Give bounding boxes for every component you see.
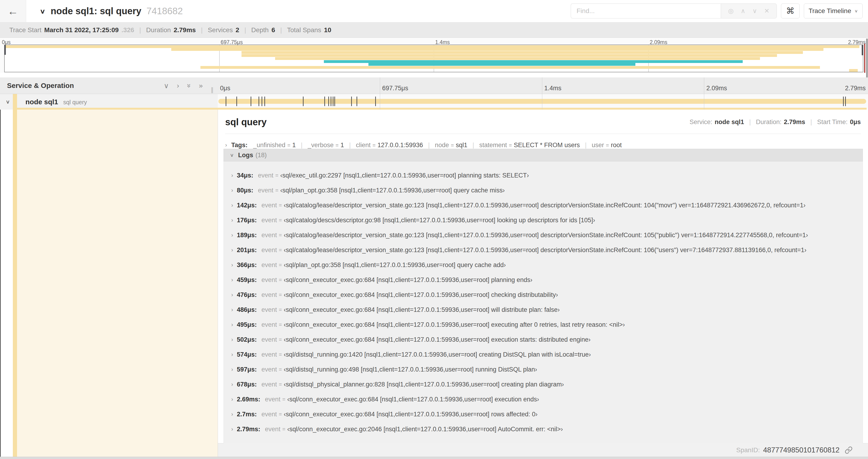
log-chevron-icon: › xyxy=(231,232,233,238)
summary-item: Duration2.79ms xyxy=(141,26,201,34)
log-row[interactable]: ›176μs:event=‹sql/catalog/descs/descript… xyxy=(224,213,863,228)
log-equals: = xyxy=(279,322,282,328)
log-row[interactable]: ›189μs:event=‹sql/catalog/lease/descript… xyxy=(224,228,863,242)
minimap-span-bar xyxy=(275,57,760,60)
log-row[interactable]: ›2.69ms:event=‹sql/conn_executor_exec.go… xyxy=(224,392,863,407)
log-marker-tick[interactable] xyxy=(331,97,331,106)
log-equals: = xyxy=(279,352,282,358)
match-target-icon[interactable]: ◎ xyxy=(728,7,734,15)
log-marker-tick[interactable] xyxy=(265,97,265,106)
log-marker-tick[interactable] xyxy=(236,97,237,106)
log-field-value: ‹sql/conn_executor_exec.go:684 [nsql1,cl… xyxy=(287,396,539,403)
minimap-span-bar xyxy=(171,48,824,51)
minimap-right-scrubber-line[interactable] xyxy=(864,43,865,73)
log-row[interactable]: ›142μs:event=‹sql/catalog/lease/descript… xyxy=(224,198,863,213)
collapse-all-icon[interactable]: » xyxy=(185,84,193,88)
log-row[interactable]: ›678μs:event=‹sql/distsql_physical_plann… xyxy=(224,377,863,392)
log-row[interactable]: ›574μs:event=‹sql/distsql_running.go:142… xyxy=(224,347,863,362)
collapse-controls: ∨ › » » xyxy=(164,81,203,90)
log-chevron-icon: › xyxy=(231,306,233,313)
expand-all-icon[interactable]: » xyxy=(199,81,203,90)
log-timestamp: 459μs: xyxy=(237,276,257,284)
service-operation-title: Service & Operation xyxy=(7,81,74,90)
tag-key: _verbose xyxy=(308,141,334,149)
log-row[interactable]: ›495μs:event=‹sql/conn_executor_exec.go:… xyxy=(224,317,863,332)
log-marker-tick[interactable] xyxy=(328,97,329,106)
trace-timeline-page: ← ∨ node sql1: sql query 7418682 ◎ ∧ ∨ ✕… xyxy=(0,0,868,459)
detail-color-stripe xyxy=(13,110,17,457)
next-result-icon[interactable]: ∨ xyxy=(752,7,757,15)
logs-section: ∨ Logs (18) ›34μs:event=‹sql/exec_util.g… xyxy=(223,149,863,455)
log-row[interactable]: ›2.79ms:event=‹sql/conn_executor_exec.go… xyxy=(224,422,863,437)
span-row-name-cell[interactable]: ∨ node sql1 sql query xyxy=(0,94,218,110)
log-row[interactable]: ›476μs:event=‹sql/conn_executor_exec.go:… xyxy=(224,287,863,302)
log-marker-tick[interactable] xyxy=(375,97,376,106)
trace-collapse-chevron-icon[interactable]: ∨ xyxy=(40,7,45,15)
log-field-value: ‹sql/plan_opt.go:358 [nsql1,client=127.0… xyxy=(284,261,506,269)
log-timestamp: 495μs: xyxy=(237,321,257,328)
log-row[interactable]: ›2.7ms:event=‹sql/conn_executor_exec.go:… xyxy=(224,407,863,422)
tag-pair: client=127.0.0.1:59936 xyxy=(356,141,423,149)
log-row[interactable]: ›80μs:event=‹sql/plan_opt.go:358 [nsql1,… xyxy=(224,183,863,198)
log-row[interactable]: ›201μs:event=‹sql/catalog/lease/descript… xyxy=(224,242,863,258)
log-field-key: event xyxy=(261,336,277,343)
summary-item-label: Services xyxy=(208,26,232,34)
summary-separator: | xyxy=(280,26,282,34)
log-marker-tick[interactable] xyxy=(258,97,259,106)
back-arrow-icon: ← xyxy=(8,5,19,18)
log-field-value: ‹sql/conn_executor_exec.go:684 [nsql1,cl… xyxy=(284,411,537,418)
log-field-key: event xyxy=(261,247,277,254)
log-marker-tick[interactable] xyxy=(356,97,357,106)
minimap-span-bar xyxy=(200,66,820,69)
log-marker-tick[interactable] xyxy=(324,97,325,106)
minimap-span-bar xyxy=(5,45,859,48)
log-field-value: ‹sql/exec_util.go:2297 [nsql1,client=127… xyxy=(280,172,529,179)
log-equals: = xyxy=(282,396,285,402)
log-marker-tick[interactable] xyxy=(251,97,251,106)
timeline-minimap[interactable]: 0μs697.75μs1.4ms2.09ms2.79ms xyxy=(0,38,868,73)
minimap-tick-label: 2.09ms xyxy=(650,39,667,45)
minimap-left-drag-handle[interactable] xyxy=(4,45,6,55)
find-input[interactable] xyxy=(571,4,721,18)
log-field-value: ‹sql/distsql_running.go:498 [nsql1,clien… xyxy=(284,366,537,373)
log-timestamp: 34μs: xyxy=(237,172,253,179)
summary-separator: | xyxy=(201,26,203,34)
log-row[interactable]: ›459μs:event=‹sql/conn_executor_exec.go:… xyxy=(224,272,863,287)
detail-info-value: 2.79ms xyxy=(784,119,805,126)
log-marker-tick[interactable] xyxy=(843,97,844,106)
clear-search-icon[interactable]: ✕ xyxy=(764,7,770,15)
expand-one-icon[interactable]: › xyxy=(177,81,179,90)
back-button[interactable]: ← xyxy=(0,0,26,22)
log-marker-tick[interactable] xyxy=(303,97,304,106)
log-marker-tick[interactable] xyxy=(261,97,262,106)
span-duration-bar[interactable] xyxy=(218,99,866,104)
prev-result-icon[interactable]: ∧ xyxy=(741,7,745,15)
keyboard-shortcuts-button[interactable]: ⌘ xyxy=(781,3,800,19)
log-marker-tick[interactable] xyxy=(351,97,352,106)
log-field-key: event xyxy=(265,396,280,403)
log-marker-tick[interactable] xyxy=(226,97,226,106)
log-row[interactable]: ›34μs:event=‹sql/exec_util.go:2297 [nsql… xyxy=(224,168,863,183)
deep-link-icon[interactable] xyxy=(845,446,852,454)
column-resizer-grip[interactable]: ∥ xyxy=(211,86,214,94)
span-collapse-chevron-icon[interactable]: ∨ xyxy=(6,99,10,105)
log-field-value: ‹sql/catalog/lease/descriptor_version_st… xyxy=(284,247,806,254)
log-marker-tick[interactable] xyxy=(334,97,335,106)
detail-info-separator: | xyxy=(749,119,751,126)
log-equals: = xyxy=(279,232,282,238)
logs-accordion-header[interactable]: ∨ Logs (18) xyxy=(223,149,863,161)
minimap-canvas[interactable] xyxy=(4,44,863,72)
minimap-right-drag-handle[interactable] xyxy=(862,45,863,55)
log-equals: = xyxy=(275,187,278,194)
trace-view-selector[interactable]: Trace Timeline ∨ xyxy=(804,3,863,19)
span-row-timeline-cell[interactable] xyxy=(218,94,868,110)
summary-item: Total Spans10 xyxy=(282,26,336,34)
log-row[interactable]: ›597μs:event=‹sql/distsql_running.go:498… xyxy=(224,362,863,377)
log-marker-tick[interactable] xyxy=(845,97,846,106)
log-field-key: event xyxy=(261,217,277,224)
log-marker-tick[interactable] xyxy=(333,97,334,106)
collapse-one-icon[interactable]: ∨ xyxy=(164,81,169,90)
log-row[interactable]: ›502μs:event=‹sql/conn_executor_exec.go:… xyxy=(224,332,863,347)
log-row[interactable]: ›486μs:event=‹sql/conn_executor_exec.go:… xyxy=(224,302,863,317)
log-row[interactable]: ›366μs:event=‹sql/plan_opt.go:358 [nsql1… xyxy=(224,258,863,272)
